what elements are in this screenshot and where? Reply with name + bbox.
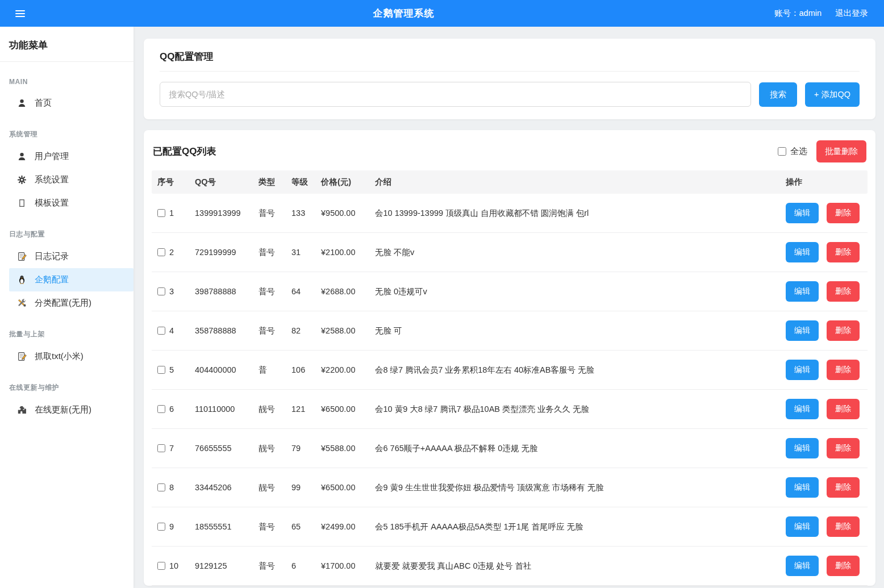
delete-button[interactable]: 删除 — [827, 203, 860, 223]
row-type: 普号 — [253, 561, 286, 572]
row-index: 1 — [169, 208, 174, 218]
sidebar-section-label: MAIN — [0, 78, 134, 86]
puzzle-icon — [17, 405, 27, 415]
delete-button[interactable]: 删除 — [827, 360, 860, 380]
edit-button[interactable]: 编辑 — [786, 516, 819, 537]
row-checkbox[interactable] — [157, 405, 165, 413]
row-qq-number: 18555551 — [189, 522, 253, 531]
table-row: 918555551普号65¥2499.00会5 185手机开 AAAAA极品5A… — [152, 507, 868, 547]
row-description: 会8 绿7 腾讯会员7 业务累积18年左右 40标准AB客服号 无脸 — [369, 365, 780, 376]
row-index: 10 — [169, 561, 178, 570]
sidebar-item[interactable]: 模板设置 — [9, 191, 134, 215]
qq-list-card: 已配置QQ列表 全选 批量删除 序号 QQ号 类型 等级 价格(元) 介绍 操作… — [144, 130, 875, 586]
tools-icon — [17, 298, 27, 308]
row-checkbox[interactable] — [157, 483, 165, 491]
sidebar-item-label: 用户管理 — [35, 151, 69, 162]
row-level: 121 — [286, 404, 315, 414]
edit-button[interactable]: 编辑 — [786, 203, 819, 223]
sidebar-nav: MAIN首页系统管理用户管理系统设置模板设置日志与配置日志记录企鹅配置分类配置(… — [0, 62, 134, 422]
row-price: ¥2100.00 — [315, 248, 369, 257]
app-title: 企鹅管理系统 — [33, 7, 774, 20]
table-row: 776655555靓号79¥5588.00会6 765顺子+AAAAA 极品不解… — [152, 429, 868, 468]
account-label: 账号：admin — [774, 8, 822, 19]
sidebar-item-label: 模板设置 — [35, 198, 69, 208]
row-price: ¥5588.00 — [315, 444, 369, 453]
edit-button[interactable]: 编辑 — [786, 360, 819, 380]
sidebar-section-label: 系统管理 — [0, 130, 134, 139]
row-description: 无脸 可 — [369, 326, 780, 336]
edit-button[interactable]: 编辑 — [786, 556, 819, 576]
row-index: 6 — [169, 404, 174, 414]
user-icon — [17, 98, 27, 108]
row-actions-cell: 编辑删除 — [780, 438, 868, 458]
delete-button[interactable]: 删除 — [827, 399, 860, 419]
sidebar-item[interactable]: 在线更新(无用) — [9, 398, 134, 422]
sidebar-item[interactable]: 首页 — [9, 91, 134, 115]
row-type: 靓号 — [253, 443, 286, 454]
memo-icon — [17, 352, 27, 361]
table-row: 109129125普号6¥1700.00就要爱 就要爱我 真山ABC 0违规 处… — [152, 547, 868, 586]
table-body: 11399913999普号133¥9500.00会10 13999-13999 … — [152, 194, 868, 586]
delete-button[interactable]: 删除 — [827, 516, 860, 537]
row-description: 无脸 0违规可v — [369, 286, 780, 297]
qq-list-title: 已配置QQ列表 — [153, 145, 216, 158]
edit-button[interactable]: 编辑 — [786, 477, 819, 498]
edit-button[interactable]: 编辑 — [786, 399, 819, 419]
row-index: 5 — [169, 365, 174, 374]
sidebar-item[interactable]: 抓取txt(小米) — [9, 345, 134, 368]
memo-icon — [17, 252, 27, 261]
sidebar-item[interactable]: 分类配置(无用) — [9, 291, 134, 315]
search-button[interactable]: 搜索 — [759, 82, 797, 107]
edit-button[interactable]: 编辑 — [786, 281, 819, 302]
batch-delete-button[interactable]: 批量删除 — [816, 140, 866, 162]
select-all-label: 全选 — [790, 146, 807, 157]
edit-button[interactable]: 编辑 — [786, 242, 819, 262]
delete-button[interactable]: 删除 — [827, 281, 860, 302]
sidebar-item[interactable]: 企鹅配置 — [9, 268, 134, 291]
edit-button[interactable]: 编辑 — [786, 438, 819, 458]
edit-button[interactable]: 编辑 — [786, 320, 819, 341]
row-actions-cell: 编辑删除 — [780, 242, 868, 262]
select-all-control[interactable]: 全选 — [778, 146, 807, 157]
delete-button[interactable]: 删除 — [827, 556, 860, 576]
row-price: ¥2588.00 — [315, 326, 369, 335]
row-type: 靓号 — [253, 482, 286, 493]
penguin-icon — [17, 275, 27, 285]
row-index: 2 — [169, 248, 174, 257]
row-checkbox[interactable] — [157, 287, 165, 295]
row-checkbox[interactable] — [157, 523, 165, 531]
row-level: 6 — [286, 561, 315, 570]
table-row: 2729199999普号31¥2100.00无脸 不能v编辑删除 — [152, 233, 868, 272]
row-description: 会5 185手机开 AAAAA极品5A类型 1开1尾 首尾呼应 无脸 — [369, 522, 780, 532]
delete-button[interactable]: 删除 — [827, 320, 860, 341]
row-type: 普号 — [253, 208, 286, 219]
hamburger-menu-icon[interactable] — [7, 0, 33, 27]
delete-button[interactable]: 删除 — [827, 477, 860, 498]
sidebar-item[interactable]: 用户管理 — [9, 145, 134, 168]
sidebar-item-label: 企鹅配置 — [35, 274, 69, 285]
delete-button[interactable]: 删除 — [827, 438, 860, 458]
row-actions-cell: 编辑删除 — [780, 281, 868, 302]
add-qq-button[interactable]: + 添加QQ — [805, 82, 860, 107]
select-all-checkbox[interactable] — [778, 147, 786, 156]
row-checkbox[interactable] — [157, 562, 165, 570]
sidebar: 功能菜单 MAIN首页系统管理用户管理系统设置模板设置日志与配置日志记录企鹅配置… — [0, 27, 134, 588]
row-checkbox[interactable] — [157, 444, 165, 452]
search-input[interactable] — [160, 82, 751, 107]
sidebar-item[interactable]: 日志记录 — [9, 245, 134, 268]
logout-link[interactable]: 退出登录 — [835, 8, 868, 19]
row-price: ¥6500.00 — [315, 483, 369, 492]
sidebar-item-label: 日志记录 — [35, 251, 69, 262]
delete-button[interactable]: 删除 — [827, 242, 860, 262]
table-header-row: 序号 QQ号 类型 等级 价格(元) 介绍 操作 — [152, 170, 868, 194]
table-row: 11399913999普号133¥9500.00会10 13999-13999 … — [152, 194, 868, 233]
row-level: 31 — [286, 248, 315, 257]
row-price: ¥1700.00 — [315, 561, 369, 570]
row-actions-cell: 编辑删除 — [780, 399, 868, 419]
row-checkbox[interactable] — [157, 209, 165, 217]
row-checkbox[interactable] — [157, 366, 165, 374]
row-index: 9 — [169, 522, 174, 531]
sidebar-item[interactable]: 系统设置 — [9, 168, 134, 191]
row-checkbox[interactable] — [157, 248, 165, 256]
row-checkbox[interactable] — [157, 327, 165, 335]
